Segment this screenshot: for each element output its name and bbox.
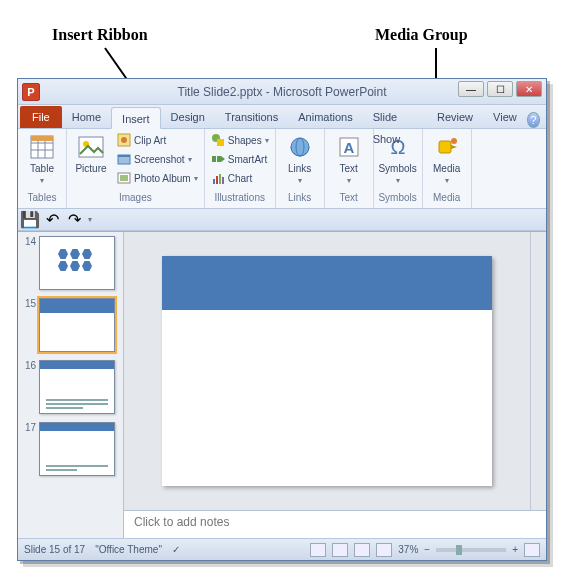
svg-rect-24: [216, 176, 218, 184]
thumb-number: 17: [20, 422, 36, 433]
ribbon-tabs: File Home Insert Design Transitions Anim…: [18, 105, 546, 129]
svg-rect-20: [212, 156, 216, 162]
chart-button[interactable]: Chart: [209, 169, 271, 187]
screenshot-button[interactable]: Screenshot ▾: [115, 150, 200, 168]
picture-icon: [77, 133, 105, 161]
thumbnail-17[interactable]: 17: [20, 422, 121, 476]
svg-rect-25: [219, 174, 221, 184]
smartart-icon: [211, 152, 225, 166]
smartart-button[interactable]: SmartArt: [209, 150, 271, 168]
caret-icon: ▾: [188, 155, 192, 164]
group-text-label: Text: [329, 192, 369, 206]
svg-rect-9: [31, 136, 53, 141]
group-links: Links▾ Links: [276, 129, 325, 208]
svg-rect-21: [217, 156, 221, 162]
slide-panel[interactable]: 14 15 16 17: [18, 232, 124, 538]
group-tables: Table▾ Tables: [18, 129, 67, 208]
svg-rect-23: [213, 179, 215, 184]
view-normal-button[interactable]: [310, 543, 326, 557]
clipart-button[interactable]: Clip Art: [115, 131, 200, 149]
view-slideshow-button[interactable]: [376, 543, 392, 557]
status-bar: Slide 15 of 17 "Office Theme" ✓ 37% − +: [18, 538, 546, 560]
zoom-in-button[interactable]: +: [512, 544, 518, 555]
svg-rect-17: [120, 175, 128, 181]
text-button[interactable]: A Text▾: [329, 131, 369, 186]
shapes-button[interactable]: Shapes ▾: [209, 131, 271, 149]
svg-point-32: [451, 138, 457, 144]
thumbnail-16[interactable]: 16: [20, 360, 121, 414]
thumb-number: 16: [20, 360, 36, 371]
view-sorter-button[interactable]: [332, 543, 348, 557]
thumb-number: 15: [20, 298, 36, 309]
annotation-insert-ribbon: Insert Ribbon: [52, 26, 148, 44]
links-label: Links: [288, 163, 311, 174]
help-icon[interactable]: ?: [527, 112, 540, 128]
qat-dropdown-icon[interactable]: ▾: [88, 215, 92, 224]
group-tables-label: Tables: [22, 192, 62, 206]
notes-pane[interactable]: Click to add notes: [124, 510, 546, 538]
tab-animations[interactable]: Animations: [288, 106, 362, 128]
media-icon: [433, 133, 461, 161]
slide-title-band: [162, 256, 492, 310]
picture-button[interactable]: Picture: [71, 131, 111, 174]
minimize-button[interactable]: —: [458, 81, 484, 97]
caret-icon: ▾: [40, 176, 44, 185]
screenshot-icon: [117, 152, 131, 166]
close-button[interactable]: ✕: [516, 81, 542, 97]
caret-icon: ▾: [347, 176, 351, 185]
fit-to-window-button[interactable]: [524, 543, 540, 557]
group-links-label: Links: [280, 192, 320, 206]
group-text: A Text▾ Text: [325, 129, 374, 208]
svg-rect-10: [79, 137, 103, 157]
table-button[interactable]: Table▾: [22, 131, 62, 186]
maximize-button[interactable]: ☐: [487, 81, 513, 97]
svg-rect-15: [118, 155, 130, 157]
caret-icon: ▾: [265, 136, 269, 145]
symbols-label: Symbols: [378, 163, 416, 174]
group-images: Picture Clip Art Screenshot ▾ Photo Albu: [67, 129, 205, 208]
titlebar: P Title Slide2.pptx - Microsoft PowerPoi…: [18, 79, 546, 105]
zoom-slider[interactable]: [436, 548, 506, 552]
svg-rect-19: [217, 139, 224, 146]
links-button[interactable]: Links▾: [280, 131, 320, 186]
tab-file[interactable]: File: [20, 106, 62, 128]
slide-canvas[interactable]: [124, 232, 530, 510]
tab-insert[interactable]: Insert: [111, 107, 161, 129]
thumbnail-14[interactable]: 14: [20, 236, 121, 290]
shapes-icon: [211, 133, 225, 147]
group-images-label: Images: [71, 192, 200, 206]
links-icon: [286, 133, 314, 161]
save-icon[interactable]: 💾: [22, 212, 38, 228]
app-icon: P: [22, 83, 40, 101]
tab-view[interactable]: View: [483, 106, 527, 128]
svg-rect-26: [222, 177, 224, 184]
group-media-label: Media: [427, 192, 467, 206]
group-illustrations-label: Illustrations: [209, 192, 271, 206]
status-theme: "Office Theme": [95, 544, 162, 555]
tab-home[interactable]: Home: [62, 106, 111, 128]
tab-slideshow[interactable]: Slide Show: [363, 106, 427, 128]
caret-icon: ▾: [445, 176, 449, 185]
current-slide[interactable]: [162, 256, 492, 486]
editor-area: Click to add notes: [124, 232, 546, 538]
picture-label: Picture: [75, 163, 106, 174]
caret-icon: ▾: [396, 176, 400, 185]
zoom-out-button[interactable]: −: [424, 544, 430, 555]
svg-text:A: A: [343, 139, 354, 156]
thumbnail-15[interactable]: 15: [20, 298, 121, 352]
tab-design[interactable]: Design: [161, 106, 215, 128]
svg-rect-31: [439, 141, 451, 153]
undo-icon[interactable]: ↶: [44, 212, 60, 228]
view-reading-button[interactable]: [354, 543, 370, 557]
app-window: P Title Slide2.pptx - Microsoft PowerPoi…: [17, 78, 547, 561]
smartart-label: SmartArt: [228, 154, 267, 165]
redo-icon[interactable]: ↷: [66, 212, 82, 228]
annotation-media-group: Media Group: [375, 26, 468, 44]
tab-transitions[interactable]: Transitions: [215, 106, 288, 128]
photoalbum-button[interactable]: Photo Album ▾: [115, 169, 200, 187]
tab-review[interactable]: Review: [427, 106, 483, 128]
vertical-scrollbar[interactable]: [530, 232, 546, 510]
spellcheck-icon[interactable]: ✓: [172, 544, 180, 555]
media-button[interactable]: Media▾: [427, 131, 467, 186]
media-label: Media: [433, 163, 460, 174]
